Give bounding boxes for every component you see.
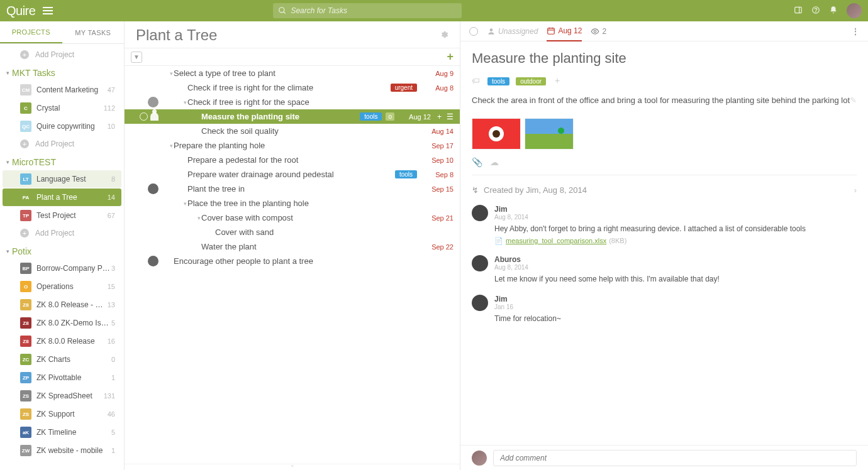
attachment-1[interactable]: [472, 118, 521, 150]
task-tag[interactable]: tools: [395, 170, 417, 178]
task-row[interactable]: ▾Cover base with compostSep 21: [125, 210, 460, 225]
comment-date: Jan 16: [494, 303, 857, 310]
project-item[interactable]: ZWZK website - mobile1: [3, 442, 121, 459]
status-icon[interactable]: [140, 112, 148, 121]
task-row[interactable]: Measure the planting sitetoolsoAug 12+☰: [125, 109, 460, 124]
panel-icon[interactable]: [794, 6, 803, 16]
tab-my-tasks[interactable]: MY TASKS: [62, 21, 125, 43]
filter-button[interactable]: ▼: [131, 52, 142, 63]
project-item[interactable]: Z8ZK 8.0 ZK-Demo Issues5: [3, 314, 121, 332]
project-item[interactable]: aKZK Timeline5: [3, 424, 121, 441]
help-icon[interactable]: [811, 6, 820, 16]
project-item[interactable]: ZSZK SpreadSheet131: [3, 387, 121, 405]
menu-icon[interactable]: [43, 7, 53, 14]
current-user-avatar: [472, 451, 487, 466]
add-project-button[interactable]: +Add Project: [0, 225, 124, 241]
activity-header[interactable]: ↯ Created by Jim, Aug 8, 2014 ›: [472, 180, 857, 200]
assignee-avatar[interactable]: [148, 97, 159, 107]
task-row[interactable]: Check the soil qualityAug 14: [125, 124, 460, 138]
user-avatar[interactable]: [847, 3, 862, 18]
resize-handle[interactable]: ⌃: [125, 464, 460, 470]
activity-icon: ↯: [472, 185, 479, 195]
task-row[interactable]: ▾Prepare the planting holeSep 17: [125, 138, 460, 153]
project-item[interactable]: BPBorrow-Company Prop...3: [3, 260, 121, 277]
row-menu-icon[interactable]: ☰: [447, 112, 453, 121]
attach-file-icon[interactable]: 📎: [472, 157, 482, 167]
assignee-avatar[interactable]: [148, 256, 159, 266]
task-row[interactable]: Check if tree is right for the climateur…: [125, 80, 460, 95]
attach-cloud-icon[interactable]: ☁: [490, 157, 499, 167]
task-row[interactable]: Prepare water drainage around pedestalto…: [125, 167, 460, 182]
svg-rect-7: [548, 28, 555, 33]
tag-row: 🏷 toolsoutdoor +: [472, 75, 857, 85]
project-item[interactable]: ZSZK Support46: [3, 405, 121, 423]
task-row[interactable]: Cover with sand: [125, 225, 460, 239]
task-date: Sep 21: [422, 214, 453, 222]
project-item[interactable]: CMContent Marketing47: [3, 81, 121, 99]
task-row[interactable]: Encourage other people to plant a tree: [125, 254, 460, 268]
project-item[interactable]: LTLanguage Test8: [3, 170, 121, 188]
task-tag[interactable]: tools: [360, 112, 382, 121]
assignee-icon[interactable]: [150, 112, 159, 121]
eye-icon: [591, 27, 599, 36]
search-input[interactable]: Search for Tasks: [273, 3, 462, 18]
attachment-2[interactable]: [525, 118, 574, 150]
complete-toggle[interactable]: [469, 27, 478, 36]
task-row[interactable]: ▾Select a type of tree to plantAug 9: [125, 66, 460, 80]
gear-icon[interactable]: [440, 30, 448, 41]
project-item[interactable]: ZCZK Charts0: [3, 351, 121, 368]
detail-tag[interactable]: tools: [487, 77, 509, 85]
calendar-icon: [547, 26, 555, 35]
project-item[interactable]: TPTest Project67: [3, 207, 121, 224]
add-tag-button[interactable]: +: [555, 75, 560, 85]
task-title: Water the plant: [201, 240, 417, 253]
task-row[interactable]: Prepare a pedestal for the rootSep 10: [125, 153, 460, 167]
chevron-right-icon: ›: [854, 185, 857, 195]
attachments: [472, 118, 857, 150]
task-panel: Plant a Tree ▼ + ▾Select a type of tree …: [125, 21, 460, 470]
project-item[interactable]: QCQuire copywriting10: [3, 117, 121, 135]
detail-tag[interactable]: outdoor: [516, 77, 546, 85]
task-row[interactable]: ▾Place the tree in the planting hole: [125, 196, 460, 210]
task-date: Sep 15: [422, 185, 453, 193]
task-row[interactable]: Plant the tree inSep 15: [125, 182, 460, 196]
assignee-avatar[interactable]: [148, 183, 159, 194]
search-placeholder: Search for Tasks: [291, 6, 347, 15]
bell-icon[interactable]: [829, 6, 838, 16]
more-menu[interactable]: ⋮: [852, 27, 859, 36]
comment-input[interactable]: [493, 450, 857, 466]
tab-projects[interactable]: PROJECTS: [0, 21, 62, 43]
org-header[interactable]: MKT Tasks: [0, 63, 124, 80]
comment: JimAug 8, 2014Hey Abby, don't forget to …: [472, 200, 857, 250]
project-item[interactable]: PAPlant a Tree14: [3, 189, 121, 206]
comment-author: Jim: [494, 295, 857, 303]
attachment-link[interactable]: measuring_tool_comparison.xlsx: [506, 237, 606, 244]
logo: Quire: [6, 4, 35, 18]
org-header[interactable]: Potix: [0, 241, 124, 259]
project-item[interactable]: Z8ZK 8.0 Release - MKT ...13: [3, 296, 121, 314]
task-tag[interactable]: o: [386, 112, 394, 121]
comment-date: Aug 8, 2014: [494, 264, 857, 271]
project-item[interactable]: ZPZK Pivottable1: [3, 369, 121, 386]
due-date-chip[interactable]: Aug 12: [547, 21, 582, 41]
task-title: Check if tree is right for the space: [187, 96, 417, 109]
watchers-chip[interactable]: 2: [591, 27, 606, 36]
task-row[interactable]: ▾Check if tree is right for the space: [125, 95, 460, 109]
task-tag[interactable]: urgent: [391, 84, 417, 92]
comment-avatar: [472, 255, 488, 271]
add-subtask-icon[interactable]: +: [437, 112, 442, 121]
project-item[interactable]: OOperations15: [3, 278, 121, 295]
task-description[interactable]: Check the area in front of the office an…: [472, 94, 857, 107]
project-item[interactable]: CCrystal112: [3, 99, 121, 117]
project-title: Plant a Tree: [136, 26, 440, 44]
add-project-button[interactable]: +Add Project: [0, 136, 124, 152]
project-item[interactable]: Z8ZK 8.0.0 Release16: [3, 332, 121, 350]
add-task-button[interactable]: +: [447, 50, 453, 63]
assignee-chip[interactable]: Unassigned: [487, 27, 538, 36]
task-detail-title[interactable]: Measure the planting site: [472, 50, 857, 67]
task-date: Aug 8: [422, 84, 453, 92]
org-header[interactable]: MicroTEST: [0, 152, 124, 170]
add-project-button[interactable]: +Add Project: [0, 46, 124, 63]
task-row[interactable]: Water the plantSep 22: [125, 239, 460, 254]
edit-icon[interactable]: ✎: [850, 94, 857, 107]
